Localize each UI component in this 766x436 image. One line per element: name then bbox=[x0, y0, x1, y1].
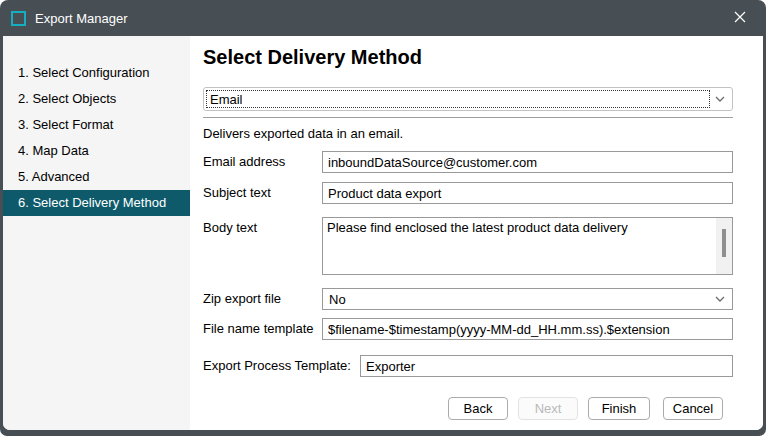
email-address-field[interactable] bbox=[322, 151, 733, 173]
sidebar-item-select-configuration[interactable]: 1. Select Configuration bbox=[3, 60, 190, 86]
body-text-label: Body text bbox=[203, 220, 257, 235]
focus-rectangle bbox=[206, 90, 710, 108]
email-address-label: Email address bbox=[203, 154, 285, 169]
back-button[interactable]: Back bbox=[448, 397, 508, 420]
chevron-down-icon bbox=[715, 96, 725, 102]
scrollbar-thumb[interactable] bbox=[722, 229, 726, 257]
body-text-field[interactable]: Please find enclosed the latest product … bbox=[323, 218, 715, 274]
zip-export-file-value: No bbox=[329, 292, 346, 307]
body-text-field-wrap: Please find enclosed the latest product … bbox=[322, 217, 733, 275]
close-button[interactable] bbox=[720, 2, 760, 34]
cancel-button[interactable]: Cancel bbox=[663, 397, 723, 420]
zip-export-file-label: Zip export file bbox=[203, 291, 281, 306]
wizard-steps-sidebar: 1. Select Configuration 2. Select Object… bbox=[3, 36, 190, 430]
sidebar-item-select-objects[interactable]: 2. Select Objects bbox=[3, 86, 190, 112]
sidebar-item-select-delivery-method[interactable]: 6. Select Delivery Method bbox=[3, 190, 190, 216]
export-process-template-label: Export Process Template: bbox=[203, 358, 351, 373]
body-text-scrollbar[interactable] bbox=[716, 218, 732, 274]
main-panel: Select Delivery Method Email Delivers ex… bbox=[190, 36, 763, 430]
window-title: Export Manager bbox=[35, 11, 128, 26]
delivery-method-select[interactable]: Email bbox=[203, 87, 733, 111]
title-bar: Export Manager bbox=[0, 0, 766, 36]
sidebar-item-select-format[interactable]: 3. Select Format bbox=[3, 112, 190, 138]
zip-export-file-select[interactable]: No bbox=[322, 288, 733, 310]
file-name-template-label: File name template bbox=[203, 321, 314, 336]
dialog-content: 1. Select Configuration 2. Select Object… bbox=[3, 36, 763, 430]
subject-text-field[interactable] bbox=[322, 182, 733, 204]
sidebar-item-map-data[interactable]: 4. Map Data bbox=[3, 138, 190, 164]
next-button: Next bbox=[518, 397, 578, 420]
subject-text-label: Subject text bbox=[203, 185, 271, 200]
section-divider bbox=[203, 117, 733, 118]
method-description: Delivers exported data in an email. bbox=[203, 126, 403, 141]
finish-button[interactable]: Finish bbox=[588, 397, 650, 420]
export-manager-window: Export Manager 1. Select Configuration 2… bbox=[0, 0, 766, 436]
close-icon bbox=[734, 9, 746, 27]
chevron-down-icon bbox=[715, 296, 725, 302]
sidebar-item-advanced[interactable]: 5. Advanced bbox=[3, 164, 190, 190]
export-process-template-field[interactable] bbox=[360, 355, 733, 377]
page-title: Select Delivery Method bbox=[203, 46, 422, 69]
delivery-method-value: Email bbox=[210, 92, 243, 107]
app-icon bbox=[11, 11, 26, 26]
file-name-template-field[interactable] bbox=[322, 318, 733, 340]
